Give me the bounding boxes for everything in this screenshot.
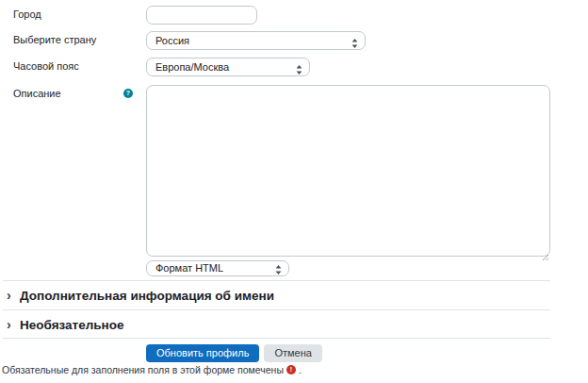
required-note-text: Обязательные для заполнения поля в этой … (2, 364, 284, 375)
section-title: Необязательное (20, 318, 124, 332)
help-icon[interactable]: ? (123, 89, 133, 98)
city-label: Город (13, 6, 41, 24)
update-profile-button[interactable]: Обновить профиль (146, 344, 259, 362)
city-input[interactable] (146, 6, 257, 25)
required-note-suffix: . (299, 364, 302, 375)
timezone-select[interactable]: Европа/Москва (146, 58, 310, 76)
timezone-select-value: Европа/Москва (155, 61, 229, 73)
chevron-right-icon: › (7, 284, 20, 307)
description-label: Описание (13, 85, 61, 103)
format-select[interactable]: Формат HTML (146, 260, 289, 276)
divider (3, 338, 550, 339)
section-additional-names[interactable]: ›Дополнительная информация об имени (3, 284, 550, 307)
section-optional[interactable]: ›Необязательное (3, 313, 550, 336)
select-arrows-icon (296, 62, 302, 72)
chevron-right-icon: › (7, 313, 20, 336)
divider (3, 309, 550, 310)
form-actions: Обновить профиль Отмена (146, 344, 322, 362)
cancel-button[interactable]: Отмена (264, 344, 321, 362)
section-title: Дополнительная информация об имени (20, 289, 274, 303)
country-select-value: Россия (155, 35, 189, 46)
select-arrows-icon (275, 264, 282, 274)
required-fields-note: Обязательные для заполнения поля в этой … (2, 364, 302, 375)
format-select-value: Формат HTML (155, 262, 223, 274)
divider (3, 280, 550, 281)
select-arrows-icon (351, 36, 358, 45)
country-label: Выберите страну (13, 31, 96, 49)
description-textarea[interactable] (146, 85, 550, 257)
timezone-label: Часовой пояс (13, 58, 79, 75)
country-select[interactable]: Россия (146, 31, 366, 50)
required-icon: ! (286, 365, 296, 375)
